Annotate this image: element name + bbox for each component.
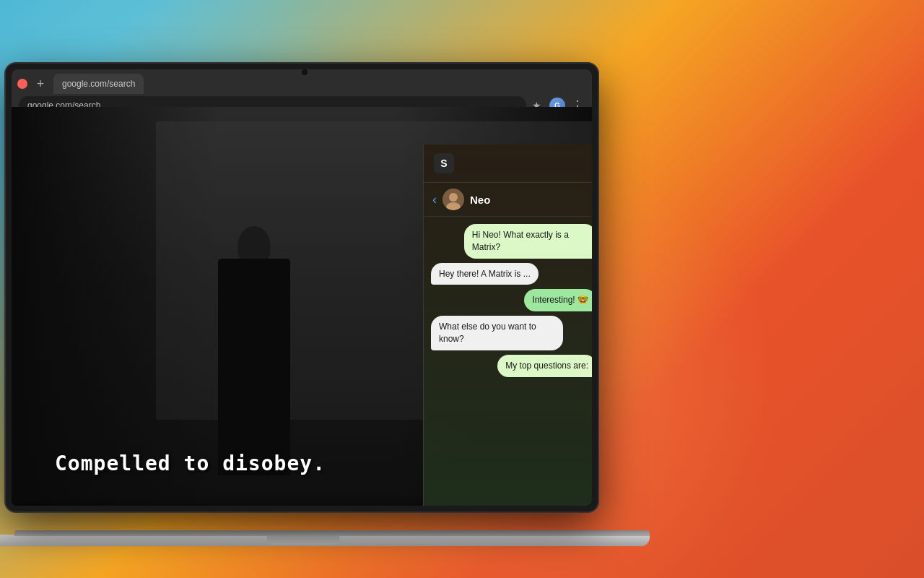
message-1: Hi Neo! What exactly is a Matrix? (464, 224, 592, 259)
laptop-base (0, 535, 650, 546)
figure-body (218, 259, 290, 475)
message-3: Interesting! 🤓 (524, 289, 592, 311)
contact-avatar (443, 189, 464, 210)
chat-app-logo: S (434, 153, 454, 173)
figure-silhouette (189, 201, 319, 475)
contact-name: Neo (470, 194, 490, 206)
active-tab[interactable]: google.com/search (53, 74, 144, 94)
chat-logo-header: S (424, 144, 592, 183)
video-subtitle: Compelled to disobey. (55, 452, 326, 475)
camera-dot (302, 69, 308, 75)
new-tab-button[interactable]: + (30, 74, 51, 93)
messages-area: Hi Neo! What exactly is a Matrix? Hey th… (424, 217, 592, 506)
browser-chrome: + google.com/search google.com/search ★ … (12, 69, 592, 107)
laptop-hinge (14, 530, 650, 536)
chat-nav-header: ‹ Neo (424, 183, 592, 217)
video-player[interactable]: Compelled to disobey. 1:26:08 S (12, 107, 592, 506)
message-2: Hey there! A Matrix is ... (431, 263, 539, 285)
laptop-notch (267, 536, 339, 545)
tab-close-button[interactable] (17, 79, 27, 89)
svg-point-1 (449, 193, 458, 202)
laptop-screen-bezel: + google.com/search google.com/search ★ … (6, 64, 598, 512)
message-4: What else do you want to know? (431, 316, 563, 350)
message-5: My top questions are: (497, 355, 592, 377)
tab-label: google.com/search (62, 79, 135, 89)
chat-panel: S ‹ Neo (423, 144, 592, 506)
screen-content: + google.com/search google.com/search ★ … (12, 69, 592, 506)
back-button[interactable]: ‹ (432, 192, 437, 207)
